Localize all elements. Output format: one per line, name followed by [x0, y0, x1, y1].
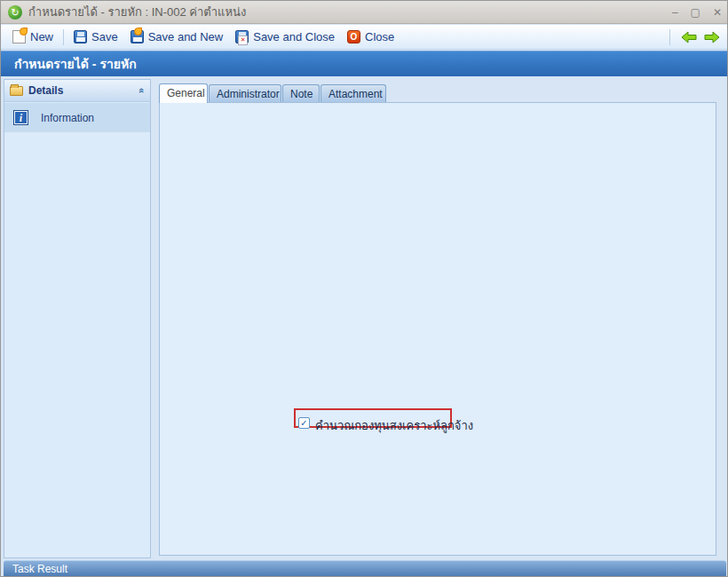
calc-welfare-fund-checkbox[interactable] [298, 417, 310, 429]
page-header: กำหนดรายได้ - รายหัก [1, 51, 728, 76]
save-button-label: Save [91, 30, 118, 43]
app-icon: ↻ [8, 5, 22, 20]
save-and-new-button[interactable]: Save and New [124, 28, 230, 45]
close-button-label: Close [365, 30, 394, 43]
close-circle-icon: O [347, 30, 360, 43]
sidebar-group-details[interactable]: Details « [4, 80, 150, 102]
app-window: ↻ กำหนดรายได้ - รายหัก : IN-002 ค่าตำแหน… [0, 0, 728, 577]
minimize-icon[interactable]: – [672, 6, 678, 19]
toolbar: New Save Save and New Save and Close O C… [1, 25, 728, 50]
tab-note[interactable]: Note [282, 84, 320, 103]
maximize-icon[interactable]: ▢ [691, 6, 700, 19]
tab-general[interactable]: General [159, 83, 208, 103]
task-result-label: Task Result [12, 563, 67, 575]
save-and-close-button[interactable]: Save and Close [229, 28, 341, 45]
back-arrow-icon[interactable] [681, 31, 697, 43]
title-bar: ↻ กำหนดรายได้ - รายหัก : IN-002 ค่าตำแหน… [1, 1, 728, 24]
general-tab-panel [159, 102, 716, 556]
close-button[interactable]: O Close [341, 28, 400, 45]
sidebar-item-label: Information [41, 112, 94, 124]
task-result-bar[interactable]: Task Result [4, 560, 726, 576]
folder-icon [10, 86, 23, 96]
sidebar-group-title: Details [28, 84, 63, 97]
collapse-chevron-icon[interactable]: « [137, 88, 147, 93]
tab-administrator[interactable]: Administrator [209, 84, 281, 103]
new-document-icon [12, 30, 26, 43]
save-icon [74, 30, 87, 43]
close-icon[interactable]: ✕ [713, 6, 722, 19]
new-button-label: New [30, 30, 53, 43]
save-button[interactable]: Save [67, 28, 124, 45]
tab-attachment[interactable]: Attachment [320, 84, 386, 103]
save-and-new-button-label: Save and New [148, 30, 224, 43]
information-icon: i [13, 110, 28, 125]
save-and-close-button-label: Save and Close [253, 30, 335, 43]
save-and-new-icon [131, 30, 144, 43]
calc-welfare-fund-label: คำนวณกองทุนสงเคราะห์ลูกจ้าง [315, 416, 473, 435]
sidebar-item-information[interactable]: i Information [4, 103, 150, 132]
save-and-close-icon [235, 30, 249, 43]
window-title: กำหนดรายได้ - รายหัก : IN-002 ค่าตำแหน่ง [28, 3, 246, 21]
sidebar: Details « i Information [4, 79, 151, 558]
page-title: กำหนดรายได้ - รายหัก [14, 54, 137, 74]
toolbar-separator [669, 29, 670, 45]
forward-arrow-icon[interactable] [704, 31, 720, 43]
new-button[interactable]: New [6, 28, 59, 45]
toolbar-separator [63, 29, 64, 45]
